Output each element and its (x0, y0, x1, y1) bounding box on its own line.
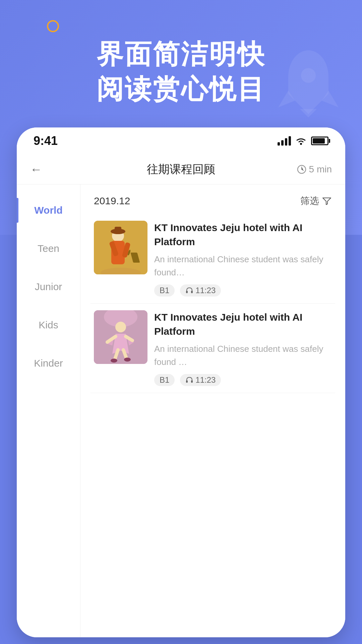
section-date: 2019.12 (94, 195, 130, 207)
article-duration-2: 11:23 (180, 374, 221, 386)
sidebar-item-teen[interactable]: Teen (17, 229, 80, 268)
nav-title: 往期课程回顾 (147, 162, 215, 177)
duration-indicator: 5 min (297, 164, 332, 175)
svg-rect-24 (186, 380, 188, 383)
sidebar-item-junior[interactable]: Junior (17, 268, 80, 306)
svg-point-22 (111, 359, 117, 363)
sidebar-item-world[interactable]: World (17, 191, 80, 229)
article-title-1: KT Innovates Jeju hotel with AI Platform (154, 221, 332, 249)
content-area: World Teen Junior Kids Kinder 2019.12 筛选 (17, 184, 345, 637)
sidebar-item-kinder[interactable]: Kinder (17, 344, 80, 382)
article-thumbnail-1 (94, 221, 147, 274)
status-time: 9:41 (34, 134, 58, 148)
nav-bar: ← 往期课程回顾 5 min (17, 154, 345, 184)
article-level-1: B1 (154, 284, 175, 297)
svg-rect-12 (115, 227, 121, 233)
article-title-2: KT Innovates Jeju hotel with AI Platform (154, 310, 332, 338)
battery-icon (311, 137, 328, 145)
category-sidebar: World Teen Junior Kids Kinder (17, 184, 80, 637)
back-button[interactable]: ← (30, 162, 42, 176)
orange-dot-decoration (47, 20, 59, 32)
article-thumbnail-2 (94, 310, 147, 364)
svg-point-1 (300, 143, 302, 145)
filter-button[interactable]: 筛选 (300, 195, 332, 207)
duration-text: 5 min (309, 164, 332, 175)
svg-rect-25 (191, 380, 193, 383)
phone-frame: 9:41 ← 往期课程回顾 (17, 127, 345, 637)
filter-label: 筛选 (300, 195, 319, 207)
hero-line1: 界面简洁明快 (0, 37, 362, 72)
status-icons (278, 136, 328, 146)
clock-icon (297, 165, 306, 174)
article-tags-2: B1 11:23 (154, 374, 332, 386)
hero-line2: 阅读赏心悦目 (0, 72, 362, 107)
article-desc-1: An international Chinese student was saf… (154, 253, 332, 279)
svg-rect-14 (191, 291, 193, 293)
headphone-icon-2 (185, 377, 193, 383)
filter-icon (322, 196, 332, 206)
signal-icon (278, 136, 291, 146)
article-info-1: KT Innovates Jeju hotel with AI Platform… (154, 221, 332, 297)
svg-rect-13 (186, 291, 188, 293)
article-tags-1: B1 11:23 (154, 284, 332, 297)
svg-point-23 (124, 358, 131, 362)
article-duration-1: 11:23 (180, 284, 221, 297)
hero-section: 界面简洁明快 阅读赏心悦目 (0, 37, 362, 107)
article-list: 2019.12 筛选 (80, 184, 345, 637)
section-header: 2019.12 筛选 (90, 184, 335, 214)
article-info-2: KT Innovates Jeju hotel with AI Platform… (154, 310, 332, 386)
article-card[interactable]: KT Innovates Jeju hotel with AI Platform… (90, 214, 335, 304)
article-level-2: B1 (154, 374, 175, 386)
sidebar-item-kids[interactable]: Kids (17, 306, 80, 344)
status-bar: 9:41 (17, 127, 345, 154)
svg-point-17 (115, 322, 126, 332)
article-desc-2: An international Chinese student was saf… (154, 342, 332, 369)
headphone-icon-1 (185, 287, 193, 294)
article-card-2[interactable]: KT Innovates Jeju hotel with AI Platform… (90, 304, 335, 393)
wifi-icon (295, 136, 307, 146)
